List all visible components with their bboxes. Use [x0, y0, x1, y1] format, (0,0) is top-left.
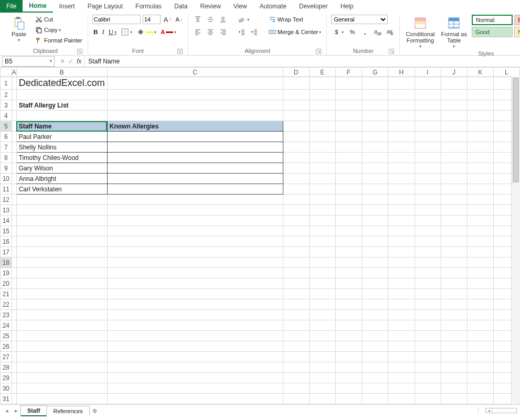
cell-E26[interactable] [309, 341, 335, 352]
comma-format-button[interactable]: , [359, 27, 370, 37]
accept-formula-button[interactable]: ✓ [68, 58, 73, 65]
cell-G1[interactable] [362, 77, 388, 90]
cell-C30[interactable] [107, 383, 283, 394]
cell-C20[interactable] [107, 278, 283, 289]
cell-J3[interactable] [441, 100, 467, 111]
cell-I31[interactable] [415, 394, 441, 404]
cell-H14[interactable] [388, 216, 415, 226]
cell-G2[interactable] [362, 90, 388, 100]
cell-I32[interactable] [415, 404, 441, 405]
fx-icon[interactable]: fx [77, 58, 81, 65]
copy-button[interactable]: Copy ▾ [34, 25, 83, 35]
cell-F29[interactable] [335, 373, 362, 383]
cell-C6[interactable] [107, 132, 283, 142]
tab-home[interactable]: Home [23, 0, 52, 13]
row-header-18[interactable]: 18 [1, 257, 12, 268]
sheet-tab-references[interactable]: References [46, 406, 89, 416]
cell-B3[interactable]: Staff Allergy List [16, 100, 107, 111]
cell-E13[interactable] [309, 205, 335, 216]
cell-K21[interactable] [467, 289, 493, 299]
vertical-scrollbar[interactable] [511, 77, 520, 404]
cell-B7[interactable]: Shelly Nollins [16, 142, 107, 153]
cell-D7[interactable] [283, 142, 309, 153]
cell-H1[interactable] [388, 77, 415, 90]
cell-J27[interactable] [441, 352, 467, 362]
cell-F1[interactable] [335, 77, 362, 90]
cell-B19[interactable] [16, 268, 107, 278]
cell-H15[interactable] [388, 226, 415, 236]
cell-A13[interactable] [12, 205, 16, 216]
cell-F13[interactable] [335, 205, 362, 216]
cell-J5[interactable] [441, 121, 467, 132]
cell-K12[interactable] [467, 195, 493, 205]
cell-H30[interactable] [388, 383, 415, 394]
number-format-select[interactable]: General [331, 15, 388, 24]
cell-B28[interactable] [16, 362, 107, 373]
tab-help[interactable]: Help [334, 0, 360, 13]
cell-D25[interactable] [283, 331, 309, 341]
cell-K29[interactable] [467, 373, 493, 383]
cell-A19[interactable] [12, 268, 16, 278]
cell-J2[interactable] [441, 90, 467, 100]
row-header-9[interactable]: 9 [1, 163, 12, 174]
cell-A6[interactable] [12, 132, 16, 142]
cell-J4[interactable] [441, 111, 467, 121]
cell-A1[interactable] [12, 77, 16, 90]
style-good[interactable]: Good [472, 27, 513, 37]
cell-E10[interactable] [309, 174, 335, 184]
cell-I4[interactable] [415, 111, 441, 121]
cell-G4[interactable] [362, 111, 388, 121]
cell-A9[interactable] [12, 163, 16, 174]
cell-G30[interactable] [362, 383, 388, 394]
cell-F26[interactable] [335, 341, 362, 352]
cell-D22[interactable] [283, 299, 309, 310]
cell-I17[interactable] [415, 247, 441, 257]
wrap-text-button[interactable]: Wrap Text [267, 15, 323, 24]
cell-F31[interactable] [335, 394, 362, 404]
cell-B26[interactable] [16, 341, 107, 352]
cell-E20[interactable] [309, 278, 335, 289]
cell-B25[interactable] [16, 331, 107, 341]
cell-B24[interactable] [16, 320, 107, 331]
cell-I16[interactable] [415, 236, 441, 247]
cell-D27[interactable] [283, 352, 309, 362]
cell-C22[interactable] [107, 299, 283, 310]
row-header-30[interactable]: 30 [1, 383, 12, 394]
cell-F5[interactable] [335, 121, 362, 132]
cell-B14[interactable] [16, 216, 107, 226]
cell-H6[interactable] [388, 132, 415, 142]
cell-K8[interactable] [467, 153, 493, 163]
cell-J15[interactable] [441, 226, 467, 236]
cell-J21[interactable] [441, 289, 467, 299]
vertical-scroll-thumb[interactable] [513, 78, 519, 182]
cell-K11[interactable] [467, 184, 493, 195]
cell-H20[interactable] [388, 278, 415, 289]
cell-B9[interactable]: Gary Wilson [16, 163, 107, 174]
cell-D15[interactable] [283, 226, 309, 236]
cell-G11[interactable] [362, 184, 388, 195]
cell-H3[interactable] [388, 100, 415, 111]
cell-C14[interactable] [107, 216, 283, 226]
cell-J10[interactable] [441, 174, 467, 184]
orientation-button[interactable]: ab▾ [237, 15, 250, 24]
cell-C19[interactable] [107, 268, 283, 278]
cell-J13[interactable] [441, 205, 467, 216]
cell-A28[interactable] [12, 362, 16, 373]
col-header-I[interactable]: I [415, 68, 441, 77]
cell-F14[interactable] [335, 216, 362, 226]
col-header-B[interactable]: B [16, 68, 107, 77]
cell-G13[interactable] [362, 205, 388, 216]
cell-G26[interactable] [362, 341, 388, 352]
cell-J24[interactable] [441, 320, 467, 331]
cell-A20[interactable] [12, 278, 16, 289]
cell-B5[interactable]: Staff Name [16, 121, 107, 132]
cell-J32[interactable] [441, 404, 467, 405]
cell-I12[interactable] [415, 195, 441, 205]
format-painter-button[interactable]: Format Painter [34, 36, 83, 45]
cell-C15[interactable] [107, 226, 283, 236]
cell-A5[interactable] [12, 121, 16, 132]
cell-C27[interactable] [107, 352, 283, 362]
row-header-4[interactable]: 4 [1, 111, 12, 121]
horizontal-scrollbar[interactable]: ◂ [485, 408, 517, 413]
cell-G3[interactable] [362, 100, 388, 111]
